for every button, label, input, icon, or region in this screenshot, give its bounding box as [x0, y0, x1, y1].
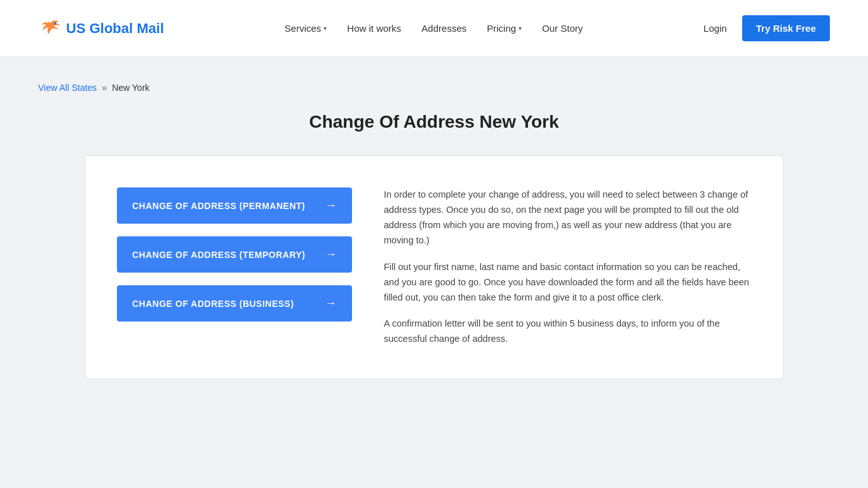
- breadcrumb-current: New York: [112, 83, 149, 93]
- logo-bird-icon: [38, 17, 61, 40]
- paragraph-1: In order to complete your change of addr…: [384, 187, 751, 248]
- address-buttons-column: CHANGE OF ADDRESS (PERMANENT) → CHANGE O…: [117, 187, 352, 347]
- nav-item-addresses[interactable]: Addresses: [421, 23, 466, 34]
- footer-space: [0, 405, 868, 456]
- paragraph-3: A confirmation letter will be sent to yo…: [384, 316, 751, 347]
- breadcrumb-separator: »: [102, 83, 107, 93]
- main-nav: Services ▾ How it works Addresses Pricin…: [285, 23, 583, 34]
- services-chevron-icon: ▾: [323, 25, 327, 32]
- breadcrumb-link[interactable]: View All States: [38, 83, 97, 93]
- pricing-chevron-icon: ▾: [519, 25, 522, 32]
- logo-text: US Global Mail: [66, 20, 164, 37]
- paragraph-2: Fill out your first name, last name and …: [384, 260, 751, 306]
- try-risk-free-button[interactable]: Try Risk Free: [742, 15, 830, 41]
- page-title: Change Of Address New York: [38, 112, 830, 132]
- business-arrow-icon: →: [325, 297, 337, 310]
- site-header: US Global Mail Services ▾ How it works A…: [0, 0, 868, 57]
- breadcrumb: View All States » New York: [38, 83, 830, 93]
- change-address-permanent-button[interactable]: CHANGE OF ADDRESS (PERMANENT) →: [117, 187, 352, 224]
- svg-point-0: [54, 22, 57, 25]
- nav-item-our-story[interactable]: Our Story: [542, 23, 583, 34]
- nav-right: Login Try Risk Free: [703, 15, 830, 41]
- content-card: CHANGE OF ADDRESS (PERMANENT) → CHANGE O…: [85, 155, 783, 379]
- permanent-arrow-icon: →: [325, 199, 337, 212]
- change-address-business-button[interactable]: CHANGE OF ADDRESS (BUSINESS) →: [117, 285, 352, 322]
- nav-item-services[interactable]: Services ▾: [285, 23, 327, 34]
- change-address-temporary-button[interactable]: CHANGE OF ADDRESS (TEMPORARY) →: [117, 236, 352, 273]
- login-link[interactable]: Login: [703, 23, 727, 34]
- nav-item-how-it-works[interactable]: How it works: [347, 23, 401, 34]
- nav-item-pricing[interactable]: Pricing ▾: [487, 23, 522, 34]
- temporary-arrow-icon: →: [325, 248, 337, 261]
- logo[interactable]: US Global Mail: [38, 17, 164, 40]
- description-column: In order to complete your change of addr…: [384, 187, 751, 347]
- main-content: View All States » New York Change Of Add…: [0, 57, 868, 405]
